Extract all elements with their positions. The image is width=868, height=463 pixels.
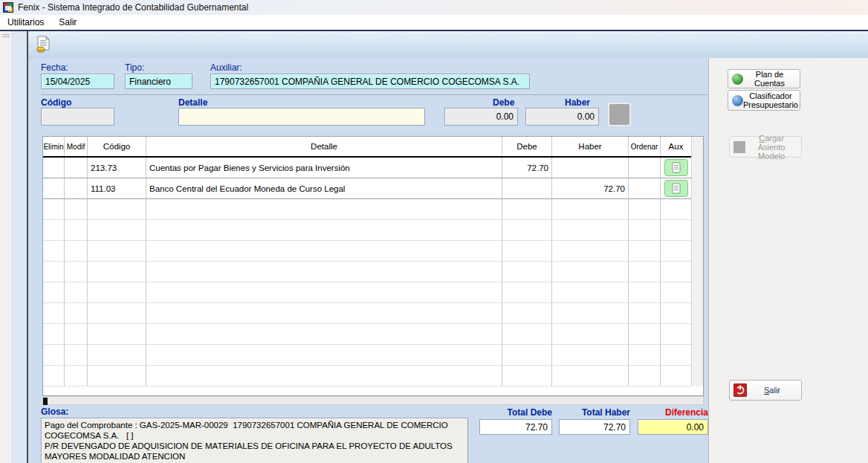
- cell-modif: [65, 158, 88, 178]
- cell-elimin: [43, 220, 65, 241]
- grid-row-1[interactable]: 111.03Banco Central del Ecuador Moneda d…: [43, 178, 692, 199]
- salir-button[interactable]: Salir: [729, 380, 802, 401]
- cell-ordenar: [629, 199, 661, 220]
- cell-aux: [661, 158, 692, 178]
- add-entry-button-disabled: [608, 103, 631, 126]
- cell-codigo: [88, 345, 146, 366]
- grid-header-modif: Modif: [65, 137, 88, 156]
- panel-grip-handle[interactable]: [2, 34, 10, 37]
- cell-detalle: [146, 282, 502, 303]
- cell-elimin: [43, 324, 65, 345]
- cell-detalle: [146, 199, 502, 220]
- cell-aux: [661, 241, 692, 262]
- cell-detalle: Cuentas por Pagar Bienes y Servicios par…: [146, 158, 502, 178]
- aux-detail-button[interactable]: [664, 180, 688, 197]
- cell-codigo: [88, 262, 146, 282]
- grid-empty-row: [43, 199, 692, 220]
- cell-aux: [661, 282, 692, 303]
- toolbar: [28, 31, 868, 58]
- cell-ordenar: [629, 303, 661, 324]
- new-entry-button[interactable]: [34, 35, 54, 54]
- entry-debe-input[interactable]: 0.00: [444, 108, 518, 126]
- cell-haber: [552, 158, 629, 178]
- fecha-input[interactable]: 15/04/2025: [41, 74, 114, 89]
- app-icon: [3, 2, 13, 13]
- plan-de-cuentas-button[interactable]: Plan de Cuentas: [728, 69, 800, 88]
- cell-aux: [661, 262, 692, 282]
- cell-debe: [502, 282, 552, 303]
- title-bar: Fenix - Sistema Integrado de Contabilida…: [0, 0, 868, 15]
- menu-utilitarios[interactable]: Utilitarios: [0, 16, 51, 29]
- cargar-accel: C: [759, 134, 765, 143]
- clasificador-label-line2: Presupuestario: [743, 100, 798, 109]
- cell-debe: [502, 262, 552, 282]
- cell-haber: [552, 220, 629, 241]
- left-collapsed-panel[interactable]: [0, 31, 13, 463]
- aux-detail-button[interactable]: [664, 159, 688, 176]
- grid-header-elimin: Elimin: [43, 137, 65, 156]
- document-coins-icon: [36, 36, 52, 54]
- grid-horizontal-scrollbar[interactable]: [42, 396, 704, 405]
- cell-aux: [661, 199, 692, 220]
- entry-detalle-input[interactable]: [178, 108, 425, 126]
- grid-row-0[interactable]: 213.73Cuentas por Pagar Bienes y Servici…: [43, 158, 692, 178]
- cell-codigo: [88, 366, 146, 386]
- grid-empty-row: [43, 262, 692, 282]
- grid-empty-row: [43, 324, 692, 345]
- cell-elimin: [43, 282, 65, 303]
- salir-label: alir: [769, 386, 780, 395]
- cell-codigo: [88, 324, 146, 345]
- cell-modif: [65, 366, 88, 386]
- grid-header-haber: Haber: [552, 137, 629, 156]
- grid-horizontal-scrollbar-thumb[interactable]: [43, 398, 48, 405]
- cell-aux: [661, 178, 692, 199]
- cell-modif: [65, 241, 88, 262]
- cell-codigo: [88, 220, 146, 241]
- grid-header-codigo: Código: [88, 137, 146, 156]
- grid-vertical-scrollbar[interactable]: [691, 137, 703, 386]
- cell-detalle: [146, 220, 502, 241]
- menu-bar: Utilitarios Salir: [0, 15, 868, 31]
- auxiliar-input[interactable]: 1790732657001 COMPAÑIA GENERAL DE COMERC…: [210, 74, 530, 89]
- entry-haber-input[interactable]: 0.00: [525, 108, 599, 126]
- cell-aux: [661, 220, 692, 241]
- cell-debe: 72.70: [502, 158, 552, 178]
- cell-modif: [65, 282, 88, 303]
- power-icon: [733, 383, 747, 397]
- cell-modif: [65, 324, 88, 345]
- entry-detalle-label: Detalle: [178, 97, 207, 108]
- cell-debe: [502, 241, 552, 262]
- cell-haber: [552, 345, 629, 366]
- cell-detalle: [146, 262, 502, 282]
- grid-header-ordenar: Ordenar: [629, 137, 661, 156]
- entry-codigo-input[interactable]: [41, 108, 114, 126]
- tipo-input[interactable]: Financiero: [125, 74, 192, 89]
- cell-detalle: [146, 366, 502, 386]
- cell-aux: [661, 345, 692, 366]
- clasificador-presupuestario-button[interactable]: Clasificador Presupuestario: [728, 90, 800, 111]
- total-debe-label: Total Debe: [479, 407, 552, 418]
- cell-aux: [661, 366, 692, 386]
- menu-salir[interactable]: Salir: [51, 16, 84, 29]
- cell-debe: [502, 199, 552, 220]
- cell-codigo: [88, 199, 146, 220]
- diferencia-value: 0.00: [638, 419, 708, 435]
- grid-empty-row: [43, 345, 692, 366]
- cell-debe: [502, 220, 552, 241]
- cell-detalle: [146, 324, 502, 345]
- cell-ordenar: [629, 158, 661, 178]
- glosa-textarea[interactable]: Pago del Comprobante : GAS-2025-MAR-0002…: [41, 418, 468, 463]
- cell-elimin: [43, 303, 65, 324]
- cell-ordenar: [629, 262, 661, 282]
- cell-haber: [552, 241, 629, 262]
- cell-aux: [661, 324, 692, 345]
- total-haber-value: 72.70: [559, 419, 630, 435]
- cell-elimin: [43, 366, 65, 386]
- cell-elimin: [43, 345, 65, 366]
- cell-codigo: [88, 303, 146, 324]
- cell-detalle: [146, 345, 502, 366]
- grid-header-row: Elimin Modif Código Detalle Debe Haber O…: [43, 137, 692, 158]
- cell-codigo: [88, 282, 146, 303]
- cell-ordenar: [629, 282, 661, 303]
- cell-ordenar: [629, 241, 661, 262]
